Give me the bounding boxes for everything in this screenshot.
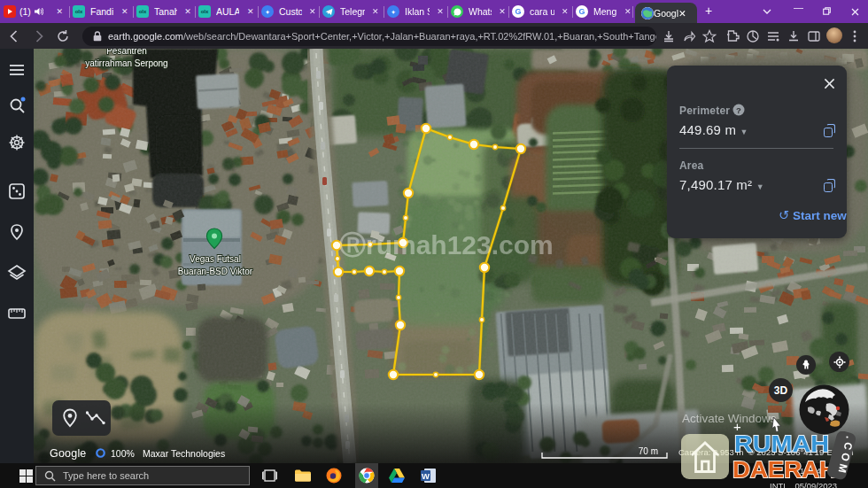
svg-text:Ⓡrumah123.com: Ⓡrumah123.com [339, 230, 554, 259]
svg-text:yatirrahman Serpong: yatirrahman Serpong [85, 58, 167, 68]
svg-text:DAERAH: DAERAH [732, 456, 837, 483]
svg-text:Vegas Futsal: Vegas Futsal [190, 254, 241, 264]
svg-text:70 m: 70 m [639, 447, 658, 456]
svg-text:Pesantren: Pesantren [106, 49, 147, 56]
svg-text:?: ? [736, 105, 741, 115]
svg-text:W: W [422, 471, 430, 481]
svg-text:Buaran-BSD Viktor: Buaran-BSD Viktor [178, 267, 253, 276]
svg-text:RUMAH: RUMAH [734, 431, 829, 457]
